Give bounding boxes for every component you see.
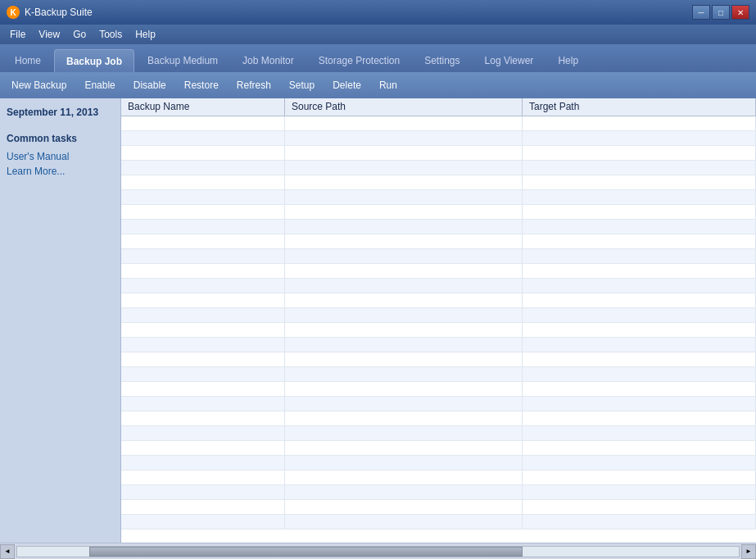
cell-target-path — [523, 161, 756, 175]
table-row[interactable] — [121, 397, 756, 411]
enable-button[interactable]: Enable — [76, 75, 123, 95]
table-row[interactable] — [121, 264, 756, 279]
scroll-thumb[interactable] — [89, 547, 523, 557]
cell-target-path — [523, 116, 756, 130]
refresh-button[interactable]: Refresh — [229, 75, 279, 95]
maximize-button[interactable]: □ — [712, 5, 730, 20]
table-row[interactable] — [121, 205, 756, 220]
table-row[interactable] — [121, 426, 756, 441]
app-icon: K — [7, 6, 20, 19]
cell-target-path — [523, 293, 756, 307]
cell-backup-name — [121, 116, 285, 130]
column-header-backup-name: Backup Name — [121, 98, 285, 116]
tab-storage-protection[interactable]: Storage Protection — [307, 49, 411, 72]
menu-help[interactable]: Help — [129, 27, 162, 42]
table-row[interactable] — [121, 308, 756, 323]
delete-button[interactable]: Delete — [324, 75, 369, 95]
cell-source-path — [285, 515, 523, 529]
tab-backup-job[interactable]: Backup Job — [54, 49, 134, 72]
table-row[interactable] — [121, 485, 756, 500]
cell-target-path — [523, 279, 756, 293]
table-row[interactable] — [121, 456, 756, 470]
cell-source-path — [285, 323, 523, 337]
scroll-left-arrow[interactable]: ◄ — [0, 544, 15, 559]
table-row[interactable] — [121, 234, 756, 249]
table-row[interactable] — [121, 500, 756, 515]
restore-button[interactable]: Restore — [176, 75, 227, 95]
menu-go[interactable]: Go — [66, 27, 93, 42]
run-button[interactable]: Run — [371, 75, 405, 95]
cell-target-path — [523, 515, 756, 529]
cell-source-path — [285, 190, 523, 204]
cell-target-path — [523, 500, 756, 514]
scroll-track[interactable] — [16, 546, 740, 557]
table-row[interactable] — [121, 190, 756, 205]
menu-tools[interactable]: Tools — [93, 27, 129, 42]
minimize-button[interactable]: ─ — [692, 5, 710, 20]
table-row[interactable] — [121, 161, 756, 175]
cell-source-path — [285, 426, 523, 440]
cell-backup-name — [121, 352, 285, 366]
scroll-right-arrow[interactable]: ► — [741, 544, 756, 559]
cell-backup-name — [121, 515, 285, 529]
cell-backup-name — [121, 397, 285, 411]
table-body[interactable] — [121, 116, 756, 543]
cell-source-path — [285, 485, 523, 499]
cell-backup-name — [121, 367, 285, 381]
table-row[interactable] — [121, 352, 756, 367]
cell-target-path — [523, 249, 756, 263]
table-row[interactable] — [121, 441, 756, 456]
table-row[interactable] — [121, 146, 756, 161]
table-row[interactable] — [121, 323, 756, 338]
table-row[interactable] — [121, 382, 756, 397]
table-row[interactable] — [121, 279, 756, 293]
disable-button[interactable]: Disable — [125, 75, 174, 95]
cell-backup-name — [121, 264, 285, 278]
tab-home[interactable]: Home — [3, 49, 52, 72]
cell-backup-name — [121, 456, 285, 470]
menu-file[interactable]: File — [3, 27, 32, 42]
horizontal-scrollbar[interactable]: ◄ ► — [0, 543, 756, 559]
cell-source-path — [285, 279, 523, 293]
sidebar-link-learn[interactable]: Learn More... — [7, 166, 114, 177]
table-row[interactable] — [121, 249, 756, 264]
cell-source-path — [285, 456, 523, 470]
tab-help[interactable]: Help — [546, 49, 590, 72]
tab-log-viewer[interactable]: Log Viewer — [473, 49, 545, 72]
toolbar: New Backup Enable Disable Restore Refres… — [0, 72, 756, 98]
table-row[interactable] — [121, 220, 756, 234]
close-button[interactable]: ✕ — [731, 5, 749, 20]
table-row[interactable] — [121, 367, 756, 382]
cell-target-path — [523, 485, 756, 499]
tab-settings[interactable]: Settings — [413, 49, 471, 72]
cell-source-path — [285, 397, 523, 411]
cell-backup-name — [121, 411, 285, 425]
tab-job-monitor[interactable]: Job Monitor — [231, 49, 306, 72]
cell-target-path — [523, 146, 756, 160]
tab-backup-medium[interactable]: Backup Medium — [136, 49, 229, 72]
sidebar-link-manual[interactable]: User's Manual — [7, 151, 114, 162]
cell-backup-name — [121, 441, 285, 455]
cell-source-path — [285, 308, 523, 322]
menu-view[interactable]: View — [32, 27, 66, 42]
table-row[interactable] — [121, 175, 756, 190]
table-row[interactable] — [121, 411, 756, 426]
cell-target-path — [523, 441, 756, 455]
cell-backup-name — [121, 146, 285, 160]
table-row[interactable] — [121, 338, 756, 352]
tab-bar: Home Backup Job Backup Medium Job Monito… — [0, 44, 756, 72]
table-row[interactable] — [121, 515, 756, 529]
cell-target-path — [523, 338, 756, 352]
table-row[interactable] — [121, 470, 756, 485]
cell-backup-name — [121, 426, 285, 440]
table-row[interactable] — [121, 131, 756, 146]
setup-button[interactable]: Setup — [281, 75, 323, 95]
table-row[interactable] — [121, 116, 756, 131]
cell-backup-name — [121, 500, 285, 514]
table-row[interactable] — [121, 293, 756, 308]
sidebar: September 11, 2013 Common tasks User's M… — [0, 98, 121, 543]
cell-target-path — [523, 352, 756, 366]
cell-backup-name — [121, 338, 285, 352]
new-backup-button[interactable]: New Backup — [3, 75, 75, 95]
cell-target-path — [523, 397, 756, 411]
